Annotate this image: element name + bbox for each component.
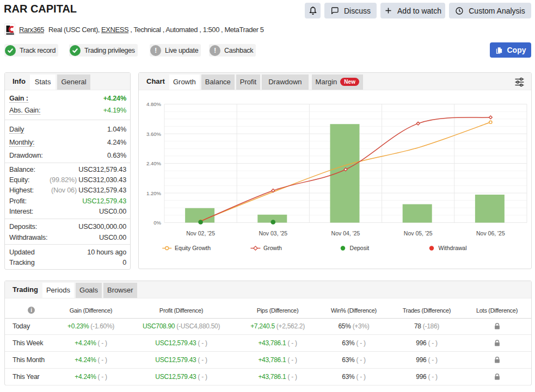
svg-text:Withdrawal: Withdrawal <box>439 245 467 251</box>
svg-text:Nov 06, '25: Nov 06, '25 <box>476 230 505 237</box>
svg-text:Nov 05, '25: Nov 05, '25 <box>404 230 433 237</box>
svg-text:0%: 0% <box>153 220 161 226</box>
svg-text:1.20%: 1.20% <box>146 190 161 196</box>
svg-text:Nov 02, '25: Nov 02, '25 <box>186 230 215 237</box>
svg-text:Nov 04, '25: Nov 04, '25 <box>331 230 360 237</box>
svg-text:Deposit: Deposit <box>350 245 370 251</box>
svg-text:Nov 03, '25: Nov 03, '25 <box>259 230 287 237</box>
svg-text:3.60%: 3.60% <box>146 131 161 137</box>
svg-text:4.80%: 4.80% <box>146 101 161 107</box>
svg-text:Growth: Growth <box>263 245 282 251</box>
svg-text:Equity Growth: Equity Growth <box>175 245 211 251</box>
svg-text:2.40%: 2.40% <box>146 160 161 166</box>
